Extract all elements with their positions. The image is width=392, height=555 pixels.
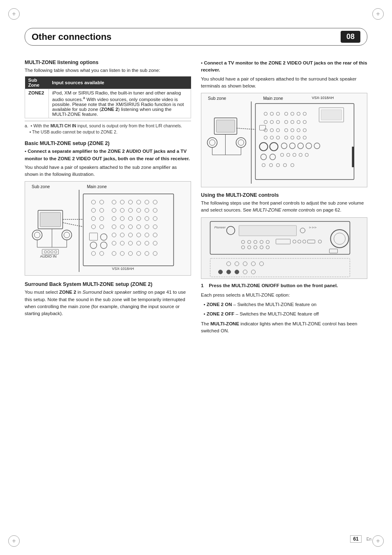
svg-point-96 [297, 112, 300, 115]
svg-point-67 [100, 251, 104, 256]
diagram2-svg [204, 101, 364, 184]
svg-point-65 [153, 241, 157, 245]
svg-point-124 [298, 143, 304, 149]
diagram2-model-label: VSX-1018AH [312, 96, 334, 101]
diagram1-labels: Sub zone Main zone [28, 184, 188, 189]
svg-text:Pioneer: Pioneer [214, 226, 226, 229]
right-column: Connect a TV monitor to the ZONE 2 VIDEO… [201, 54, 367, 337]
svg-point-128 [270, 154, 276, 160]
svg-point-162 [318, 240, 322, 243]
svg-point-60 [112, 241, 116, 245]
section-multizone-title: MULTI-ZONE listening options [25, 60, 191, 65]
svg-point-64 [145, 241, 149, 245]
svg-point-18 [92, 200, 96, 204]
svg-point-81 [210, 140, 215, 145]
svg-point-133 [305, 153, 309, 157]
section-connect-tv: Connect a TV monitor to the ZONE 2 VIDEO… [201, 60, 367, 90]
svg-point-116 [285, 136, 288, 139]
diagram2-main-zone-label: Main zone [263, 96, 283, 101]
svg-point-172 [219, 270, 223, 274]
svg-point-28 [112, 208, 116, 212]
svg-rect-165 [330, 249, 338, 253]
svg-point-163 [331, 230, 349, 248]
front-panel-diagram: Pioneer ⊳ ⊳⊳ [201, 217, 367, 279]
svg-point-27 [100, 208, 104, 212]
diagram2-labels: Sub zone Main zone VSX-1018AH [204, 96, 364, 101]
connect-tv-bullet: Connect a TV monitor to the ZONE 2 VIDEO… [201, 60, 367, 74]
svg-point-121 [270, 143, 278, 151]
section-surround-title: Surround Back System MULTI-ZONE setup (Z… [25, 281, 191, 287]
svg-point-55 [137, 233, 141, 237]
svg-point-130 [287, 153, 290, 157]
header-bar: Other connections 08 [25, 28, 367, 46]
svg-point-125 [306, 143, 312, 149]
svg-rect-12 [42, 249, 59, 254]
step1-body: Each press selects a MULTI-ZONE option: [201, 292, 367, 299]
svg-point-101 [285, 120, 288, 124]
svg-point-151 [266, 240, 270, 244]
svg-point-22 [129, 200, 133, 204]
front-panel-svg: Pioneer ⊳ ⊳⊳ [203, 219, 365, 279]
table-row: ZONE2 iPod, XM or SIRIUS Radio, the buil… [25, 89, 191, 118]
svg-point-19 [100, 200, 104, 204]
svg-point-144 [227, 226, 235, 235]
svg-point-152 [242, 246, 245, 249]
svg-point-147 [242, 240, 245, 244]
svg-point-149 [254, 240, 257, 244]
section-multizone-controls-body: The following steps use the front panel … [201, 200, 367, 214]
svg-point-16 [55, 251, 57, 253]
svg-point-37 [120, 216, 125, 221]
section-basic-setup-title: Basic MULTI-ZONE setup (ZONE 2) [25, 140, 191, 146]
svg-point-32 [145, 208, 149, 212]
chapter-badge: 08 [341, 31, 360, 43]
svg-point-68 [112, 251, 116, 256]
svg-point-71 [137, 251, 141, 256]
connect-tv-body: You should have a pair of speakers attac… [201, 76, 367, 90]
svg-point-123 [290, 143, 295, 149]
table-zone2-cell: ZONE2 [25, 89, 49, 118]
svg-point-174 [235, 270, 239, 274]
svg-point-20 [112, 200, 116, 204]
svg-point-57 [153, 233, 157, 237]
svg-point-53 [120, 233, 125, 237]
page-number: 61 [350, 535, 361, 543]
svg-point-98 [264, 120, 267, 124]
svg-point-111 [297, 129, 300, 132]
svg-point-13 [44, 251, 47, 253]
corner-mark-tl [8, 8, 20, 20]
indicator-text: The MULTI-ZONE indicator lights when the… [201, 320, 367, 335]
svg-point-94 [285, 112, 288, 115]
svg-point-62 [129, 241, 133, 245]
svg-point-61 [120, 241, 125, 245]
section-multizone-controls-title: Using the MULTI-ZONE controls [201, 192, 367, 198]
svg-point-117 [291, 136, 294, 139]
svg-point-95 [291, 112, 294, 115]
svg-point-173 [227, 270, 231, 274]
svg-point-21 [120, 200, 125, 204]
section-surround-body: You must select ZONE 2 in Surround back … [25, 289, 191, 317]
svg-point-176 [251, 270, 256, 274]
left-column: MULTI-ZONE listening options The followi… [25, 54, 191, 337]
svg-point-156 [266, 246, 270, 249]
zone2-on-option: • ZONE 2 ON – Switches the MULTI-ZONE fe… [201, 301, 367, 308]
svg-point-4 [35, 232, 40, 238]
svg-point-35 [100, 216, 104, 221]
svg-point-25 [153, 200, 157, 204]
svg-point-92 [270, 112, 274, 115]
svg-point-38 [129, 216, 133, 221]
svg-point-31 [137, 208, 141, 212]
page-footer: 61 En [350, 535, 371, 543]
zone2-off-option: • ZONE 2 OFF – Switches the MULTI-ZONE f… [201, 311, 367, 318]
svg-point-120 [260, 143, 268, 151]
svg-rect-105 [260, 125, 266, 130]
svg-point-102 [291, 120, 294, 124]
svg-point-135 [270, 164, 273, 167]
svg-point-15 [51, 251, 53, 253]
svg-point-42 [92, 225, 96, 229]
svg-point-122 [281, 143, 287, 149]
svg-point-112 [303, 129, 307, 132]
svg-point-30 [129, 208, 133, 212]
svg-point-107 [270, 129, 274, 132]
page-container: Other connections 08 MULTI-ZONE listenin… [0, 0, 392, 555]
diagram-zone2-surround: Sub zone Main zone VSX-1018AH [201, 93, 367, 187]
